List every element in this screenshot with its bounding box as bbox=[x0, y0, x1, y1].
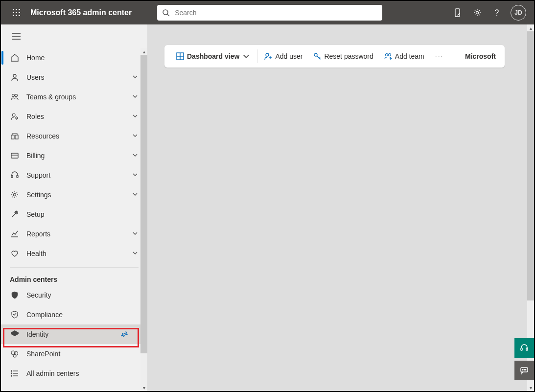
app-launcher-button[interactable] bbox=[5, 1, 28, 24]
header-mobile-button[interactable] bbox=[448, 1, 467, 24]
sidebar-item-compliance[interactable]: Compliance bbox=[1, 305, 147, 324]
headset-icon bbox=[520, 344, 529, 352]
support-widget-button[interactable] bbox=[514, 338, 534, 358]
sidebar-item-home[interactable]: Home bbox=[1, 48, 147, 68]
pin-button[interactable] bbox=[121, 330, 128, 339]
settings-icon bbox=[10, 190, 20, 200]
waffle-icon bbox=[13, 9, 21, 17]
svg-line-10 bbox=[167, 14, 169, 16]
billing-icon bbox=[10, 151, 20, 161]
sidebar: Home Users Teams & groups Roles bbox=[1, 24, 148, 391]
sidebar-item-settings[interactable]: Settings bbox=[1, 185, 147, 205]
svg-point-44 bbox=[385, 54, 388, 56]
svg-point-17 bbox=[13, 74, 16, 77]
header-bar: Microsoft 365 admin center JD bbox=[1, 1, 534, 24]
resources-icon bbox=[10, 131, 20, 141]
sidebar-item-all-admin-centers[interactable]: All admin centers bbox=[1, 364, 147, 383]
main-scroll-thumb[interactable] bbox=[527, 31, 534, 300]
dashboard-view-button[interactable]: Dashboard view bbox=[173, 45, 253, 68]
svg-point-13 bbox=[496, 15, 497, 16]
sidebar-scroll-thumb[interactable] bbox=[140, 55, 147, 353]
svg-rect-5 bbox=[19, 12, 20, 13]
reset-password-button[interactable]: Reset password bbox=[310, 45, 376, 68]
svg-rect-23 bbox=[15, 135, 18, 139]
scroll-down-arrow[interactable]: ▾ bbox=[527, 384, 534, 391]
chevron-down-icon bbox=[132, 191, 139, 199]
chevron-down-icon bbox=[132, 230, 139, 238]
svg-rect-3 bbox=[13, 12, 14, 13]
sidebar-divider bbox=[10, 267, 139, 268]
user-avatar[interactable]: JD bbox=[511, 5, 526, 21]
toolbar-more-button[interactable]: ··· bbox=[433, 52, 446, 60]
dashboard-view-label: Dashboard view bbox=[187, 52, 239, 60]
sidebar-item-label: Health bbox=[26, 250, 132, 257]
svg-point-51 bbox=[525, 369, 526, 370]
sharepoint-icon bbox=[10, 349, 20, 359]
mobile-icon bbox=[453, 8, 462, 17]
add-team-label: Add team bbox=[395, 52, 424, 60]
sidebar-item-resources[interactable]: Resources bbox=[1, 126, 147, 146]
sidebar-item-label: Support bbox=[26, 171, 132, 179]
sidebar-item-label: Roles bbox=[26, 113, 132, 120]
chat-icon bbox=[520, 366, 529, 375]
search-input[interactable] bbox=[174, 8, 377, 17]
header-help-button[interactable] bbox=[487, 1, 507, 24]
add-user-label: Add user bbox=[275, 52, 302, 60]
sidebar-item-security[interactable]: Security bbox=[1, 285, 147, 305]
sidebar-item-users[interactable]: Users bbox=[1, 68, 147, 87]
reset-password-label: Reset password bbox=[324, 52, 373, 60]
feedback-widget-button[interactable] bbox=[514, 361, 534, 380]
chevron-down-icon bbox=[132, 152, 139, 160]
scroll-down-arrow[interactable]: ▾ bbox=[140, 384, 147, 391]
svg-rect-4 bbox=[16, 12, 17, 13]
add-user-button[interactable]: Add user bbox=[261, 45, 305, 68]
svg-point-9 bbox=[163, 10, 168, 15]
sidebar-item-label: Teams & groups bbox=[26, 93, 132, 101]
sidebar-item-billing[interactable]: Billing bbox=[1, 146, 147, 165]
sidebar-item-label: Billing bbox=[26, 152, 132, 160]
help-icon bbox=[492, 8, 501, 17]
sidebar-item-health[interactable]: Health bbox=[1, 244, 147, 263]
chevron-down-icon bbox=[132, 171, 139, 180]
add-team-icon bbox=[384, 52, 392, 60]
svg-point-38 bbox=[11, 375, 12, 376]
toolbar-separator bbox=[257, 49, 257, 63]
roles-icon bbox=[10, 112, 20, 121]
scroll-up-arrow[interactable]: ▴ bbox=[527, 24, 534, 31]
sidebar-item-sharepoint[interactable]: SharePoint bbox=[1, 344, 147, 364]
user-icon bbox=[10, 72, 20, 82]
chevron-down-icon bbox=[132, 113, 139, 121]
support-icon bbox=[10, 170, 20, 180]
sidebar-item-reports[interactable]: Reports bbox=[1, 224, 147, 244]
shield-icon bbox=[10, 290, 20, 300]
sidebar-item-label: Identity bbox=[26, 330, 121, 338]
reports-icon bbox=[10, 229, 20, 239]
main-content: Dashboard view Add user Reset password A… bbox=[148, 24, 534, 391]
identity-icon bbox=[10, 329, 20, 339]
svg-point-20 bbox=[12, 114, 15, 116]
svg-point-37 bbox=[11, 373, 12, 374]
search-box[interactable] bbox=[157, 5, 382, 21]
sidebar-item-roles[interactable]: Roles bbox=[1, 107, 147, 126]
search-icon bbox=[162, 9, 170, 17]
sidebar-section-title: Admin centers bbox=[1, 272, 147, 285]
sidebar-item-label: Setup bbox=[26, 210, 139, 218]
header-settings-button[interactable] bbox=[467, 1, 487, 24]
scroll-up-arrow[interactable]: ▴ bbox=[140, 48, 147, 55]
svg-rect-0 bbox=[13, 9, 14, 10]
svg-rect-2 bbox=[19, 9, 20, 10]
hamburger-icon bbox=[12, 33, 21, 40]
app-title: Microsoft 365 admin center bbox=[30, 8, 132, 17]
sidebar-item-identity[interactable]: Identity bbox=[1, 324, 147, 344]
svg-rect-1 bbox=[16, 9, 17, 10]
sidebar-item-support[interactable]: Support bbox=[1, 165, 147, 185]
sidebar-item-label: SharePoint bbox=[26, 350, 139, 358]
svg-point-49 bbox=[522, 369, 523, 370]
add-team-button[interactable]: Add team bbox=[381, 45, 427, 68]
svg-point-42 bbox=[266, 53, 269, 56]
sidebar-item-teams-groups[interactable]: Teams & groups bbox=[1, 87, 147, 107]
sidebar-item-setup[interactable]: Setup bbox=[1, 205, 147, 224]
sidebar-toggle[interactable] bbox=[1, 24, 147, 48]
svg-point-12 bbox=[476, 12, 479, 14]
svg-point-28 bbox=[14, 194, 16, 196]
